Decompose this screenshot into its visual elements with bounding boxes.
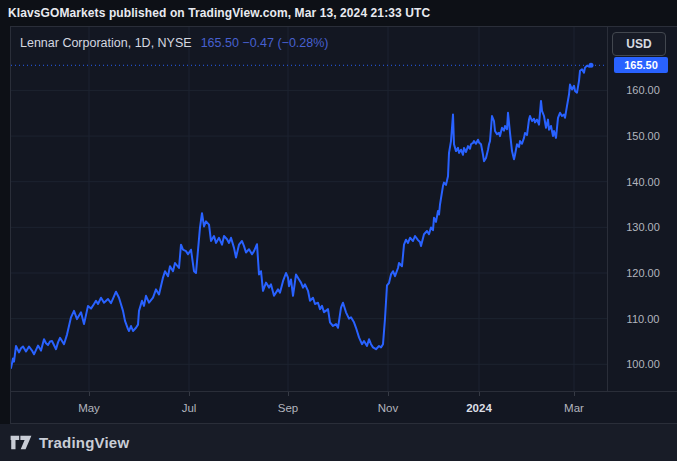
price-axis-label: 160.00 bbox=[608, 84, 677, 96]
chart-frame: Lennar Corporation, 1D, NYSE 165.50 −0.4… bbox=[10, 26, 677, 424]
time-axis-label: Mar bbox=[564, 402, 584, 414]
price-chart-pane[interactable] bbox=[11, 27, 607, 391]
last-point-marker bbox=[589, 63, 594, 68]
time-axis-label: 2024 bbox=[466, 402, 492, 414]
symbol-title: Lennar Corporation, 1D, NYSE bbox=[20, 36, 192, 50]
price-axis-label: 130.00 bbox=[608, 221, 677, 233]
footer-bar: TradingView bbox=[0, 424, 677, 461]
time-axis-label: Sep bbox=[278, 402, 298, 414]
time-axis-tick bbox=[288, 392, 289, 396]
time-axis-tick bbox=[189, 392, 190, 396]
symbol-price-change: 165.50 −0.47 (−0.28%) bbox=[201, 36, 329, 50]
price-axis[interactable]: 165.50 160.00150.00140.00130.00120.00110… bbox=[607, 27, 677, 391]
symbol-legend[interactable]: Lennar Corporation, 1D, NYSE 165.50 −0.4… bbox=[20, 36, 329, 50]
last-price-label: 165.50 bbox=[614, 57, 668, 73]
time-axis-label: Jul bbox=[182, 402, 197, 414]
price-axis-label: 100.00 bbox=[608, 358, 677, 370]
time-axis-label: May bbox=[78, 402, 100, 414]
tradingview-wordmark: TradingView bbox=[39, 434, 129, 451]
time-axis-label: Nov bbox=[378, 402, 398, 414]
price-axis-label: 140.00 bbox=[608, 176, 677, 188]
tradingview-logo-icon bbox=[10, 435, 32, 450]
price-axis-label: 110.00 bbox=[608, 313, 677, 325]
time-axis-tick bbox=[388, 392, 389, 396]
price-axis-label: 120.00 bbox=[608, 267, 677, 279]
price-line-series bbox=[11, 65, 591, 368]
time-axis-tick bbox=[89, 392, 90, 396]
currency-button[interactable]: USD bbox=[612, 32, 666, 56]
price-axis-label: 150.00 bbox=[608, 130, 677, 142]
attribution-text: KlavsGOMarkets published on TradingView.… bbox=[8, 6, 430, 20]
time-axis-tick bbox=[574, 392, 575, 396]
time-axis[interactable]: MayJulSepNov2024Mar bbox=[11, 391, 677, 425]
time-axis-tick bbox=[479, 392, 480, 396]
attribution-bar: KlavsGOMarkets published on TradingView.… bbox=[0, 0, 677, 26]
